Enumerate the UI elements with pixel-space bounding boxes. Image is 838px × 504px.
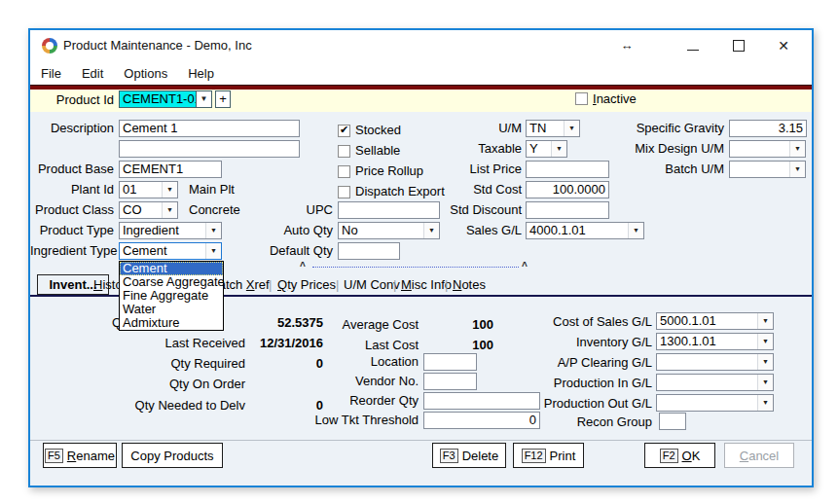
vendor-no-input[interactable] bbox=[423, 373, 477, 390]
caret-up-icon[interactable]: ^ bbox=[522, 262, 528, 271]
description2-input[interactable] bbox=[119, 140, 300, 158]
recon-group-label: Recon Group bbox=[517, 414, 652, 431]
stocked-checkbox[interactable]: ✔ bbox=[338, 125, 350, 137]
inactive-checkbox[interactable] bbox=[575, 92, 588, 105]
resize-icon[interactable]: ↔ bbox=[612, 36, 641, 55]
um-select[interactable]: TN ▼ bbox=[526, 120, 580, 137]
splitter-handle[interactable] bbox=[312, 267, 519, 268]
chevron-down-icon[interactable]: ▼ bbox=[757, 313, 773, 329]
chevron-down-icon[interactable]: ▼ bbox=[628, 223, 643, 238]
chevron-down-icon[interactable]: ▼ bbox=[162, 182, 177, 198]
menu-options[interactable]: Options bbox=[124, 66, 178, 81]
tab-separator: | bbox=[269, 275, 272, 295]
maximize-icon bbox=[733, 40, 745, 52]
print-button[interactable]: F12 Print bbox=[513, 443, 584, 468]
price-rollup-checkbox[interactable] bbox=[338, 165, 350, 178]
last-cost-value: 100 bbox=[400, 337, 493, 354]
qty-on-order-label: Qty On Order bbox=[79, 376, 245, 393]
product-type-select[interactable]: Ingredient ▼ bbox=[119, 222, 222, 239]
chevron-down-icon[interactable]: ▼ bbox=[757, 354, 773, 370]
tab-separator: | bbox=[393, 275, 396, 295]
recon-group-input[interactable] bbox=[659, 413, 686, 430]
qty-needed-label: Qty Needed to Delv bbox=[79, 397, 245, 414]
dispatch-export-checkbox[interactable] bbox=[338, 186, 350, 198]
inventory-gl-select[interactable]: 1300.1.01 ▼ bbox=[656, 333, 774, 350]
default-qty-input[interactable] bbox=[338, 242, 400, 260]
cost-of-sales-gl-select[interactable]: 5000.1.01 ▼ bbox=[656, 312, 774, 330]
product-maintenance-window: Product Maintenance - Demo, Inc ↔ ✕ File… bbox=[28, 28, 814, 487]
specific-gravity-input[interactable]: 3.15 bbox=[729, 120, 807, 137]
batch-um-label: Batch U/M bbox=[604, 161, 724, 178]
menu-edit[interactable]: Edit bbox=[82, 66, 114, 81]
product-class-description: Concrete bbox=[189, 201, 240, 219]
f3-keycap: F3 bbox=[440, 449, 458, 463]
chevron-down-icon[interactable]: ▼ bbox=[789, 141, 805, 157]
product-base-label: Product Base bbox=[30, 161, 114, 178]
dropdown-option-admixture[interactable]: Admixture bbox=[120, 316, 223, 330]
chevron-down-icon[interactable]: ▼ bbox=[757, 375, 773, 390]
sales-gl-label: Sales G/L bbox=[439, 222, 522, 239]
close-button[interactable]: ✕ bbox=[769, 36, 798, 55]
dropdown-option-fine-aggregate[interactable]: Fine Aggregate bbox=[120, 289, 223, 303]
copy-products-button[interactable]: Copy Products bbox=[122, 443, 223, 468]
price-rollup-label: Price Rollup bbox=[355, 163, 423, 179]
ap-clearing-gl-select[interactable]: ▼ bbox=[656, 353, 774, 371]
inventory-gl-label: Inventory G/L bbox=[517, 334, 652, 351]
ok-button[interactable]: F2 OK bbox=[644, 443, 715, 468]
check-icon: ✔ bbox=[339, 125, 349, 135]
chevron-down-icon[interactable]: ▼ bbox=[789, 162, 805, 177]
batch-um-select[interactable]: ▼ bbox=[729, 161, 806, 178]
description-label: Description bbox=[30, 120, 114, 137]
product-id-select[interactable]: CEMENT1-01 ▼ bbox=[119, 90, 212, 108]
delete-button[interactable]: F3 Delete bbox=[432, 443, 506, 468]
chevron-down-icon[interactable]: ▼ bbox=[564, 121, 579, 136]
chevron-down-icon[interactable]: ▼ bbox=[551, 141, 566, 157]
sales-gl-select[interactable]: 4000.1.01 ▼ bbox=[526, 222, 644, 239]
product-class-select[interactable]: CO ▼ bbox=[119, 201, 178, 219]
taxable-select[interactable]: Y ▼ bbox=[526, 140, 567, 158]
description-input[interactable]: Cement 1 bbox=[119, 120, 300, 137]
menu-file[interactable]: File bbox=[41, 66, 72, 81]
caret-up-icon[interactable]: ^ bbox=[300, 262, 306, 271]
cost-of-sales-gl-label: Cost of Sales G/L bbox=[517, 313, 652, 331]
location-input[interactable] bbox=[423, 353, 477, 371]
tab-notes[interactable]: Notes bbox=[453, 275, 486, 295]
mix-design-um-select[interactable]: ▼ bbox=[729, 140, 806, 158]
tab-qty-prices[interactable]: Qty Prices bbox=[277, 275, 336, 295]
inactive-label: Inactive bbox=[593, 91, 637, 107]
maximize-button[interactable] bbox=[724, 36, 753, 55]
production-in-gl-select[interactable]: ▼ bbox=[656, 374, 774, 391]
std-cost-input[interactable]: 100.0000 bbox=[526, 181, 609, 198]
dropdown-option-coarse-aggregate[interactable]: Coarse Aggregate bbox=[120, 275, 223, 289]
production-out-gl-select[interactable]: ▼ bbox=[656, 394, 774, 412]
chevron-down-icon[interactable]: ▼ bbox=[162, 202, 177, 218]
sellable-checkbox[interactable] bbox=[338, 145, 350, 158]
plant-id-label: Plant Id bbox=[30, 181, 114, 198]
add-product-button[interactable]: + bbox=[215, 90, 231, 108]
chevron-down-icon[interactable]: ▼ bbox=[196, 91, 211, 107]
chevron-down-icon[interactable]: ▼ bbox=[757, 334, 773, 349]
chevron-down-icon[interactable]: ▼ bbox=[205, 223, 221, 238]
chevron-down-icon[interactable]: ▼ bbox=[757, 395, 773, 411]
ap-clearing-gl-label: A/P Clearing G/L bbox=[517, 354, 652, 372]
minimize-button[interactable] bbox=[678, 36, 708, 55]
f12-keycap: F12 bbox=[522, 449, 546, 463]
cancel-button[interactable]: Cancel bbox=[724, 443, 794, 468]
menu-bar: File Edit Options Help bbox=[30, 61, 812, 85]
tab-um-conv[interactable]: U/M Conv bbox=[344, 275, 400, 295]
plant-id-select[interactable]: 01 ▼ bbox=[119, 181, 178, 198]
dropdown-option-water[interactable]: Water bbox=[120, 303, 223, 316]
rename-button[interactable]: F5 Rename bbox=[43, 443, 117, 468]
chevron-down-icon[interactable]: ▼ bbox=[423, 223, 439, 238]
dropdown-option-cement[interactable]: Cement bbox=[120, 262, 223, 275]
std-discount-input[interactable] bbox=[526, 201, 609, 219]
menu-help[interactable]: Help bbox=[188, 66, 225, 81]
auto-qty-select[interactable]: No ▼ bbox=[338, 222, 440, 239]
minimize-icon bbox=[687, 39, 699, 51]
product-base-input[interactable]: CEMENT1 bbox=[119, 161, 222, 178]
list-price-input[interactable] bbox=[526, 161, 609, 178]
dispatch-export-label: Dispatch Export bbox=[355, 184, 445, 199]
upc-input[interactable] bbox=[338, 201, 440, 219]
chevron-down-icon[interactable]: ▼ bbox=[205, 243, 221, 259]
ingredient-type-select[interactable]: Cement ▼ bbox=[119, 242, 222, 260]
